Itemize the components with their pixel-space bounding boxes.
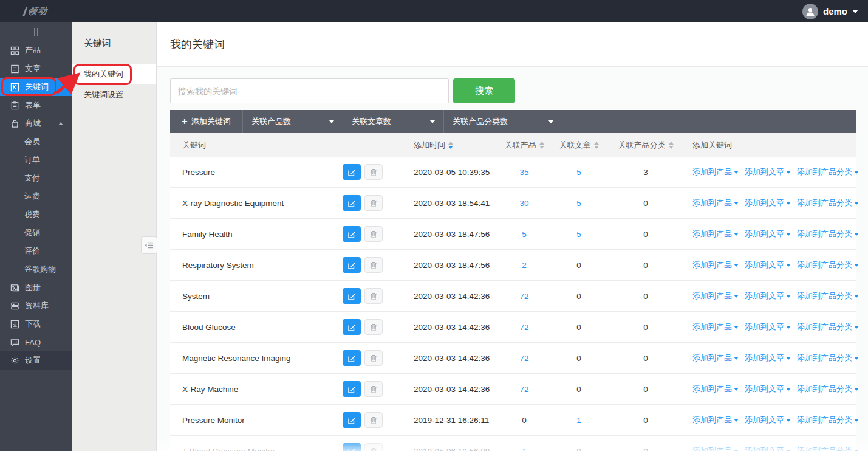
delete-button[interactable] xyxy=(364,257,383,273)
add-to-category-link[interactable]: 添加到产品分类 xyxy=(797,198,859,208)
add-to-article-link[interactable]: 添加到文章 xyxy=(745,322,791,332)
related-products-count[interactable]: 72 xyxy=(519,354,528,363)
add-to-product-link[interactable]: 添加到产品 xyxy=(692,291,739,301)
add-to-category-link[interactable]: 添加到产品分类 xyxy=(797,167,859,177)
add-to-category-link[interactable]: 添加到产品分类 xyxy=(797,322,859,332)
sort-icon[interactable] xyxy=(594,142,599,149)
add-to-category-link[interactable]: 添加到产品分类 xyxy=(797,353,859,363)
secondary-sidebar-item-keyword-settings[interactable]: 关键词设置 xyxy=(72,84,156,105)
edit-button[interactable] xyxy=(343,195,361,211)
add-to-category-link[interactable]: 添加到产品分类 xyxy=(797,260,859,270)
edit-button[interactable] xyxy=(343,288,361,304)
delete-button[interactable] xyxy=(364,164,383,180)
related-products-count[interactable]: 72 xyxy=(519,385,528,394)
sort-icon[interactable] xyxy=(669,142,674,149)
sidebar-item-settings[interactable]: 设置 xyxy=(0,351,72,370)
add-to-product-link[interactable]: 添加到产品 xyxy=(692,198,739,208)
add-to-article-link[interactable]: 添加到文章 xyxy=(745,353,791,363)
related-products-count[interactable]: 35 xyxy=(519,168,528,177)
add-to-product-link[interactable]: 添加到产品 xyxy=(692,446,739,451)
edit-button[interactable] xyxy=(343,381,361,397)
delete-button[interactable] xyxy=(364,381,383,397)
add-to-product-link[interactable]: 添加到产品 xyxy=(692,384,739,394)
add-to-article-link[interactable]: 添加到文章 xyxy=(745,198,791,208)
sidebar-item-library[interactable]: 资料库 xyxy=(0,297,72,315)
add-to-category-link[interactable]: 添加到产品分类 xyxy=(797,415,859,425)
related-products-count[interactable]: 5 xyxy=(522,230,527,239)
related-articles-count[interactable]: 1 xyxy=(576,416,581,425)
delete-button[interactable] xyxy=(364,226,383,242)
column-related-products[interactable]: 关联产品 xyxy=(497,140,552,151)
delete-button[interactable] xyxy=(364,195,383,211)
column-added-time[interactable]: 添加时间 xyxy=(400,133,497,157)
sidebar-item-tax[interactable]: 税费 xyxy=(0,205,72,224)
filter-dropdown-0[interactable]: 关联产品数 xyxy=(243,110,343,133)
filter-dropdown-2[interactable]: 关联产品分类数 xyxy=(444,110,562,133)
add-to-product-link[interactable]: 添加到产品 xyxy=(692,167,739,177)
related-products-count[interactable]: 72 xyxy=(519,292,528,301)
delete-button[interactable] xyxy=(364,443,383,451)
related-articles-count[interactable]: 5 xyxy=(576,168,581,177)
sidebar-item-google-shopping[interactable]: 谷歌购物 xyxy=(0,260,72,278)
sidebar-item-download[interactable]: 下载 xyxy=(0,315,72,333)
search-button[interactable]: 搜索 xyxy=(453,78,515,103)
search-input[interactable] xyxy=(170,78,449,103)
related-products-count[interactable]: 30 xyxy=(519,199,528,208)
delete-button[interactable] xyxy=(364,288,383,304)
sidebar-collapse-grip[interactable] xyxy=(0,22,72,41)
sort-icon[interactable] xyxy=(448,142,453,149)
add-to-category-link[interactable]: 添加到产品分类 xyxy=(797,229,859,239)
edit-button[interactable] xyxy=(343,412,361,428)
sidebar-item-faq[interactable]: FAQ xyxy=(0,333,72,351)
add-to-product-link[interactable]: 添加到产品 xyxy=(692,415,739,425)
add-to-product-link[interactable]: 添加到产品 xyxy=(692,353,739,363)
add-to-article-link[interactable]: 添加到文章 xyxy=(745,384,791,394)
add-to-article-link[interactable]: 添加到文章 xyxy=(745,446,791,451)
add-to-article-link[interactable]: 添加到文章 xyxy=(745,291,791,301)
add-to-category-link[interactable]: 添加到产品分类 xyxy=(797,384,859,394)
add-to-article-link[interactable]: 添加到文章 xyxy=(745,415,791,425)
sidebar-item-promotion[interactable]: 促销 xyxy=(0,224,72,242)
sidebar-item-products[interactable]: 产品 xyxy=(0,41,72,60)
sidebar-item-gallery[interactable]: 图册 xyxy=(0,278,72,297)
add-to-product-link[interactable]: 添加到产品 xyxy=(692,322,739,332)
add-to-category-link[interactable]: 添加到产品分类 xyxy=(797,446,859,451)
sidebar-item-members[interactable]: 会员 xyxy=(0,133,72,151)
secondary-sidebar-item-my-keywords[interactable]: 我的关键词 xyxy=(72,64,156,84)
sidebar-item-keywords[interactable]: 关键词 xyxy=(0,78,72,96)
user-menu[interactable]: demo xyxy=(802,4,868,19)
delete-button[interactable] xyxy=(364,350,383,366)
sidebar-item-forms[interactable]: 表单 xyxy=(0,96,72,114)
sort-icon[interactable] xyxy=(539,142,544,149)
edit-button[interactable] xyxy=(343,257,361,273)
edit-button[interactable] xyxy=(343,319,361,335)
sidebar-item-mall[interactable]: 商城 xyxy=(0,114,72,133)
related-products-count[interactable]: 2 xyxy=(522,261,527,270)
related-products-count[interactable]: 1 xyxy=(522,447,527,451)
add-to-category-link[interactable]: 添加到产品分类 xyxy=(797,291,859,301)
edit-button[interactable] xyxy=(343,164,361,180)
add-keyword-button[interactable]: + 添加关键词 xyxy=(170,110,243,133)
sidebar-item-orders[interactable]: 订单 xyxy=(0,151,72,169)
add-to-article-link[interactable]: 添加到文章 xyxy=(745,260,791,270)
edit-button[interactable] xyxy=(343,350,361,366)
sidebar-item-payment[interactable]: 支付 xyxy=(0,169,72,187)
edit-button[interactable] xyxy=(343,226,361,242)
delete-button[interactable] xyxy=(364,319,383,335)
column-related-categories[interactable]: 关联产品分类 xyxy=(606,140,685,151)
related-articles-count[interactable]: 5 xyxy=(576,230,581,239)
panel-collapse-button[interactable] xyxy=(141,236,157,254)
sidebar-item-shipping[interactable]: 运费 xyxy=(0,187,72,205)
related-products-count[interactable]: 72 xyxy=(519,323,528,332)
add-to-product-link[interactable]: 添加到产品 xyxy=(692,260,739,270)
sidebar-item-reviews[interactable]: 评价 xyxy=(0,242,72,260)
add-to-article-link[interactable]: 添加到文章 xyxy=(745,167,791,177)
column-related-articles[interactable]: 关联文章 xyxy=(552,140,606,151)
add-to-product-link[interactable]: 添加到产品 xyxy=(692,229,739,239)
add-to-article-link[interactable]: 添加到文章 xyxy=(745,229,791,239)
sidebar-item-articles[interactable]: 文章 xyxy=(0,60,72,78)
edit-button[interactable] xyxy=(343,443,361,451)
delete-button[interactable] xyxy=(364,412,383,428)
related-articles-count[interactable]: 5 xyxy=(576,199,581,208)
filter-dropdown-1[interactable]: 关联文章数 xyxy=(343,110,444,133)
